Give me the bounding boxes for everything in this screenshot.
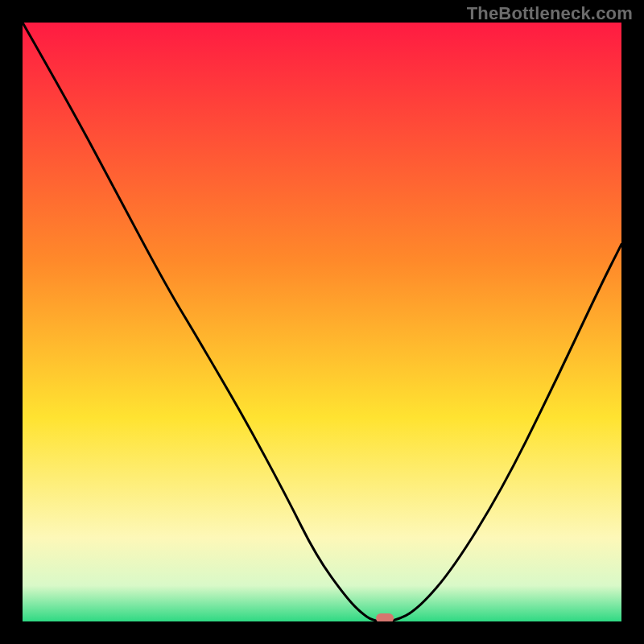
- minimum-marker: [376, 613, 394, 621]
- watermark-text: TheBottleneck.com: [467, 3, 633, 24]
- chart-svg: [23, 23, 621, 621]
- gradient-background: [23, 23, 621, 621]
- plot-area: [23, 23, 621, 621]
- chart-frame: TheBottleneck.com: [0, 0, 644, 644]
